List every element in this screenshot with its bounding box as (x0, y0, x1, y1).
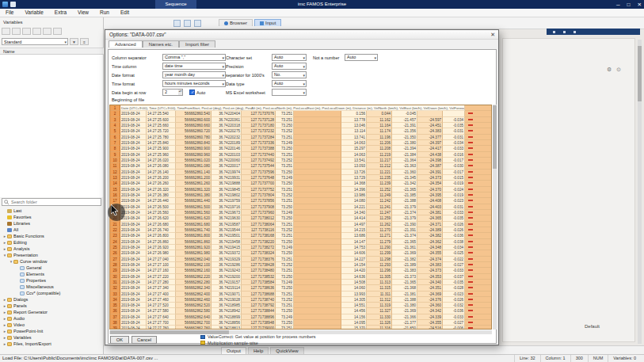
dialog-title-bar[interactable]: Options: "DATA-007.csv" ✕ (105, 30, 498, 40)
table-row[interactable]: 1Date (UTC+9:00), Time (UTC+9:00), TimeF… (110, 105, 491, 111)
table-row[interactable]: 302019-08-2414:27:27.220566662862.22036.… (110, 274, 491, 280)
tree-item-dialogs[interactable]: ▸Dialogs (0, 296, 103, 303)
tree-item-ccv-compatible[interactable]: Ccv* (compatible) (0, 290, 103, 296)
field-select-time-column[interactable]: date time (162, 63, 226, 70)
table-row[interactable]: 342019-08-2414:27:27.460566662862.46036.… (110, 297, 491, 303)
table-row[interactable]: 22019-08-2414:27:25.540566662860.54036.7… (110, 111, 491, 116)
close-icon[interactable]: ✕ (490, 30, 495, 40)
preset-select[interactable]: Standard (2, 38, 68, 45)
refresh-icon[interactable] (43, 28, 51, 35)
dialog-tab-advanced[interactable]: Advanced (109, 40, 143, 48)
table-row[interactable]: 382019-08-2414:27:27.700566662862.70036.… (110, 320, 491, 326)
tree-item-audio[interactable]: ▸Audio (0, 315, 103, 322)
table-row[interactable]: 42019-08-2414:27:25.660566662860.66036.7… (110, 123, 491, 128)
field-select-separator-for-1000-s[interactable]: No. (272, 71, 307, 78)
preview-vscrollbar[interactable] (493, 105, 497, 330)
table-row[interactable]: 372019-08-2414:27:27.640566662862.64036.… (110, 314, 491, 320)
tree-item-favorites[interactable]: Favorites (0, 214, 103, 220)
menu-run[interactable]: Run (94, 9, 115, 17)
tree-item-panels[interactable]: ▸Panels (0, 303, 103, 309)
table-row[interactable]: 332019-08-2414:27:27.400566662862.40036.… (110, 292, 491, 297)
dataeditor-icon[interactable] (173, 20, 181, 27)
field-select-precision[interactable]: Auto (272, 63, 307, 70)
field-select-not-a-number[interactable]: Auto (345, 54, 378, 61)
save-icon[interactable] (22, 28, 31, 35)
table-row[interactable]: 142019-08-2414:27:26.260566662861.26036.… (110, 181, 491, 186)
table-row[interactable]: 292019-08-2414:27:27.160566662862.16036.… (110, 268, 491, 273)
table-row[interactable]: 242019-08-2414:27:26.860566662861.86036.… (110, 239, 491, 245)
menu-view[interactable]: View (72, 9, 94, 17)
open-icon[interactable] (12, 28, 21, 35)
cancel-button[interactable]: Cancel (131, 336, 157, 344)
tree-item-editing[interactable]: ▸Editing (0, 239, 103, 246)
sequence-tab[interactable]: Sequence (155, 0, 196, 9)
maximize-button[interactable]: □ (627, 0, 631, 9)
file-preview-table[interactable]: 1Date (UTC+9:00), Time (UTC+9:00), TimeF… (109, 105, 492, 330)
table-row[interactable]: 212019-08-2414:27:26.680566662861.68036.… (110, 222, 491, 227)
table-row[interactable]: 252019-08-2414:27:26.920566662861.92036.… (110, 245, 491, 250)
tree-item-properties[interactable]: Properties (0, 277, 103, 284)
table-row[interactable]: 72019-08-2414:27:25.840566662860.84036.7… (110, 140, 491, 146)
table-row[interactable]: 162019-08-2414:27:26.380566662861.38036.… (110, 192, 491, 198)
properties-icon[interactable] (53, 28, 62, 35)
menu-variable[interactable]: Variable (19, 9, 48, 17)
close-button[interactable]: ✕ (638, 0, 642, 9)
tree-item-libraries[interactable]: Libraries (0, 220, 103, 227)
field-select-ms-excel-worksheet[interactable] (272, 89, 307, 96)
auto-checkbox[interactable] (189, 90, 195, 95)
name-column-header[interactable]: Name (0, 48, 104, 55)
gear-icon[interactable]: ⚙ (607, 67, 612, 73)
right-scrollbar[interactable] (638, 40, 642, 344)
preview-vscrollbar-thumb[interactable] (493, 105, 497, 169)
filter-icon[interactable]: ▼ (70, 38, 78, 45)
table-row[interactable]: 172019-08-2414:27:26.440566662861.44036.… (110, 198, 491, 204)
table-row[interactable]: 52019-08-2414:27:25.720566662860.72036.7… (110, 128, 491, 134)
row-number-stepper[interactable]: 2 (162, 89, 183, 96)
delete-icon[interactable] (32, 28, 41, 35)
table-row[interactable]: 102019-08-2414:27:26.020566662861.02036.… (110, 158, 491, 163)
menu-edit[interactable]: Edit (115, 9, 135, 17)
field-select-time-format[interactable]: hours minutes seconds (162, 80, 226, 87)
ok-button[interactable]: OK (110, 336, 129, 344)
field-select-column-separator[interactable]: Comma "," (162, 54, 226, 61)
menu-extra[interactable]: Extra (49, 9, 72, 17)
panel-icon[interactable] (194, 20, 201, 27)
table-row[interactable]: 232019-08-2414:27:26.800566662861.80036.… (110, 233, 491, 238)
table-row[interactable]: 222019-08-2414:27:26.740566662861.74036.… (110, 227, 491, 233)
tree-item-last[interactable]: Last (0, 208, 103, 214)
table-row[interactable]: 282019-08-2414:27:27.100566662862.10036.… (110, 262, 491, 268)
function-hint[interactable]: ValueCorrect: Get value at position for … (200, 334, 316, 340)
table-row[interactable]: 62019-08-2414:27:25.780566662860.78036.7… (110, 135, 491, 140)
tree-item-basic-functions[interactable]: ▸Basic Functions (0, 233, 103, 239)
dialog-tab-names-etc[interactable]: Names etc. (143, 40, 179, 48)
table-row[interactable]: 122019-08-2414:27:26.140566662861.14036.… (110, 170, 491, 175)
table-row[interactable]: 312019-08-2414:27:27.280566662862.28036.… (110, 280, 491, 285)
field-select-data-type[interactable]: Auto (272, 80, 307, 87)
minimize-button[interactable]: ─ (616, 0, 620, 9)
search-input[interactable] (11, 200, 97, 204)
tree-item-all[interactable]: All (0, 227, 103, 233)
table-row[interactable]: 152019-08-2414:27:26.320566662861.32036.… (110, 187, 491, 192)
tab-input[interactable]: Input (254, 19, 281, 26)
tree-item-variables[interactable]: ▸Variables (0, 334, 103, 341)
functions-search[interactable] (2, 198, 101, 206)
tree-item-powerpoint-init[interactable]: ▸PowerPoint-Init (0, 328, 103, 334)
table-row[interactable]: 32019-08-2414:27:25.600566662860.60036.7… (110, 117, 491, 123)
field-select-date-format[interactable]: year month day (162, 71, 226, 78)
tree-item-analysis[interactable]: ▸Analysis (0, 246, 103, 252)
tree-item-presentation[interactable]: ▾Presentation (0, 252, 103, 258)
table-row[interactable]: 352019-08-2414:27:27.520566662862.52036.… (110, 303, 491, 308)
table-row[interactable]: 272019-08-2414:27:27.040566662862.04036.… (110, 257, 491, 262)
table-row[interactable]: 132019-08-2414:27:26.200566662861.20036.… (110, 175, 491, 181)
tree-item-general[interactable]: General (0, 265, 103, 271)
field-select-character-set[interactable]: Auto (272, 54, 307, 61)
table-row[interactable]: 92019-08-2414:27:25.960566662860.96036.7… (110, 152, 491, 158)
dialog-tab-import-filter[interactable]: Import filter (179, 40, 215, 48)
tree-item-elements[interactable]: Elements (0, 271, 103, 277)
table-row[interactable]: 182019-08-2414:27:26.500566662861.50036.… (110, 204, 491, 210)
tab-browser[interactable]: Browser (219, 19, 253, 26)
tree-item-curve-window[interactable]: ▾Curve window (0, 258, 103, 265)
pin-icon[interactable]: ⊙ (616, 67, 621, 73)
table-row[interactable]: 82019-08-2414:27:25.900566662860.90036.7… (110, 146, 491, 151)
function-hint[interactable]: Multiplication sample-wise (200, 341, 316, 346)
